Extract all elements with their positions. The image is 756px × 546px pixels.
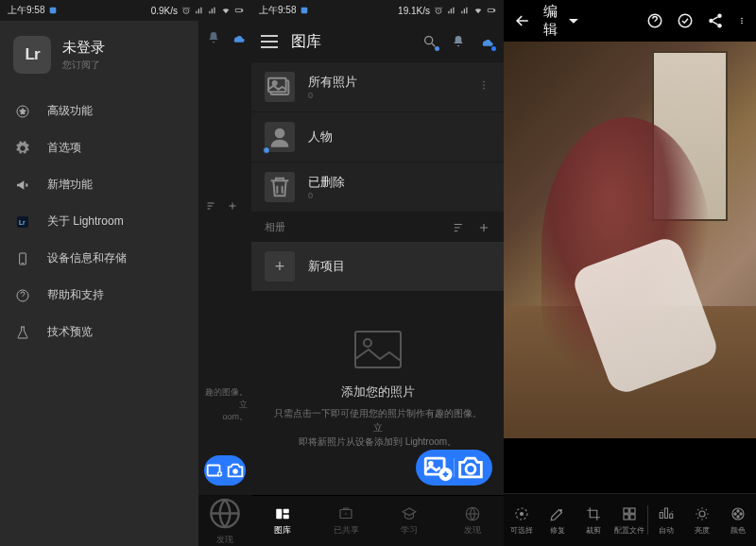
gallery-item-people[interactable]: 人物 [251, 112, 504, 162]
add-icon[interactable] [227, 200, 238, 212]
signal-icon [447, 6, 456, 15]
nav-label: 学习 [401, 524, 418, 537]
nav-discover[interactable]: 发现 [440, 496, 504, 546]
tool-label: 可选择 [510, 525, 533, 536]
heal-icon [549, 505, 566, 522]
item-count: 0 [308, 191, 345, 200]
tool-light[interactable]: 亮度 [684, 494, 720, 546]
svg-rect-48 [624, 508, 628, 513]
peek-text: oom。 [198, 411, 248, 423]
chevron-down-icon [562, 9, 585, 32]
drawer-label: 高级功能 [47, 103, 93, 119]
camera-icon[interactable] [225, 455, 246, 486]
select-icon [513, 505, 530, 522]
svg-point-31 [466, 464, 475, 473]
tool-select[interactable]: 可选择 [504, 494, 540, 546]
svg-point-21 [273, 81, 277, 85]
add-photo-icon[interactable] [204, 455, 225, 486]
svg-point-43 [741, 20, 743, 22]
add-photo-fab[interactable] [421, 452, 454, 484]
peek-text: 趣的图像。立 [198, 386, 248, 411]
sort-icon[interactable] [453, 221, 466, 234]
tool-label: 裁剪 [586, 525, 601, 536]
gallery-item-all-photos[interactable]: 所有照片 0 [251, 62, 504, 112]
nav-learn[interactable]: 学习 [378, 496, 441, 546]
drawer-label: 首选项 [47, 140, 81, 156]
drawer-label: 关于 Lightroom [47, 213, 124, 230]
svg-rect-49 [630, 508, 635, 513]
svg-point-41 [717, 24, 722, 28]
empty-title: 添加您的照片 [270, 384, 485, 401]
svg-point-27 [364, 339, 371, 347]
help-button[interactable] [646, 12, 663, 29]
device-icon [15, 251, 30, 266]
svg-text:Lr: Lr [19, 219, 26, 226]
nav-shared[interactable]: 已共享 [315, 496, 378, 546]
fab-container [416, 450, 492, 486]
trash-icon [265, 172, 295, 202]
tool-color[interactable]: 颜色 [720, 494, 756, 546]
back-button[interactable] [513, 11, 532, 30]
item-count: 0 [308, 91, 357, 100]
drawer-label: 设备信息和存储 [47, 250, 127, 266]
tool-profile[interactable]: 配置文件 [611, 494, 647, 546]
gear-icon [15, 141, 30, 156]
wifi-icon [473, 6, 483, 15]
login-sub: 您订阅了 [62, 59, 105, 72]
tool-crop[interactable]: 裁剪 [576, 494, 611, 546]
accept-button[interactable] [677, 12, 694, 29]
menu-button[interactable] [261, 35, 278, 48]
drawer-label: 技术预览 [47, 324, 93, 340]
editor-mode-dropdown[interactable]: 编辑 [543, 3, 585, 39]
svg-point-52 [699, 511, 705, 517]
discover-icon[interactable] [198, 495, 251, 532]
app-bar: 图库 [251, 21, 504, 62]
share-button[interactable] [707, 12, 724, 29]
light-icon [694, 505, 711, 522]
learn-icon [401, 505, 418, 522]
flask-icon [15, 325, 30, 340]
status-bar: 上午9:58 19.1K/s [251, 0, 504, 21]
signal-icon-2 [208, 6, 217, 15]
albums-header: 相册 [251, 213, 504, 242]
cloud-icon[interactable] [231, 30, 246, 45]
svg-rect-0 [50, 8, 57, 14]
megaphone-icon [15, 178, 30, 193]
item-label: 人物 [308, 128, 333, 145]
settings-icon [300, 6, 309, 15]
editor-bar: 编辑 [504, 0, 756, 42]
wifi-icon [221, 6, 231, 15]
svg-rect-2 [235, 9, 242, 11]
cloud-sync-button[interactable] [479, 34, 494, 49]
nav-label: 发现 [464, 524, 481, 537]
item-label: 所有照片 [308, 74, 357, 91]
status-bar: 上午9:58 0.9K/s [0, 0, 251, 21]
more-icon[interactable] [477, 78, 490, 95]
photos-icon [265, 72, 295, 102]
camera-fab[interactable] [455, 452, 487, 484]
bell-icon[interactable] [206, 30, 221, 45]
svg-rect-3 [242, 9, 243, 11]
sort-icon[interactable] [206, 200, 217, 212]
tool-auto[interactable]: 自动 [648, 494, 684, 546]
login-status[interactable]: 未登录 [62, 39, 105, 57]
notifications-button[interactable] [451, 34, 466, 49]
svg-point-18 [425, 37, 433, 44]
help-icon [15, 288, 30, 303]
gallery-item-deleted[interactable]: 已删除 0 [251, 162, 504, 213]
svg-point-29 [430, 462, 433, 465]
photo-canvas[interactable] [504, 42, 756, 438]
overflow-menu[interactable] [737, 12, 747, 29]
new-project-button[interactable]: + 新项目 [251, 242, 504, 291]
nav-label: 已共享 [334, 524, 359, 537]
svg-rect-32 [277, 509, 283, 520]
add-icon[interactable] [477, 221, 490, 234]
nav-gallery[interactable]: 图库 [251, 496, 315, 546]
shared-icon [337, 505, 354, 522]
tool-heal[interactable]: 修复 [540, 494, 576, 546]
tool-label: 修复 [550, 525, 565, 536]
search-button[interactable] [422, 34, 438, 49]
settings-icon [48, 6, 58, 15]
svg-point-56 [737, 515, 739, 517]
svg-point-54 [737, 509, 739, 511]
